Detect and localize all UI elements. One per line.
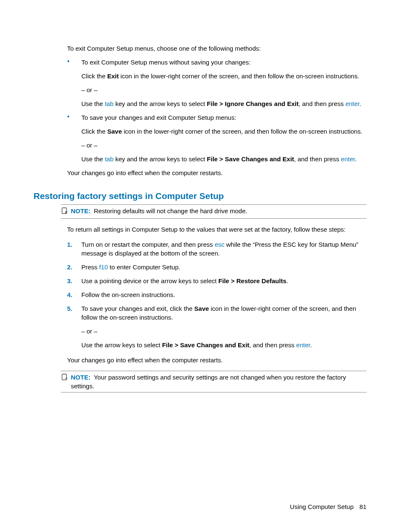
or-separator: – or – (81, 141, 366, 150)
intro-text: To exit Computer Setup menus, choose one… (67, 44, 366, 53)
note-callout: NOTE:Your password settings and security… (61, 371, 366, 393)
bold-text: File > Save Changes and Exit (162, 341, 249, 349)
paragraph: Use the tab key and the arrow keys to se… (81, 99, 366, 108)
bullet-lead: To exit Computer Setup menus without sav… (81, 59, 251, 66)
paragraph: Click the Exit icon in the lower-right c… (81, 72, 366, 80)
section-heading: Restoring factory settings in Computer S… (34, 190, 366, 202)
note-body: NOTE:Your password settings and security… (71, 373, 366, 390)
paragraph: Your changes go into effect when the com… (67, 356, 366, 364)
step-item: Press f10 to enter Computer Setup. (67, 263, 366, 271)
note-icon (61, 373, 69, 383)
or-separator: – or – (81, 85, 366, 94)
bullet-sub: Click the Exit icon in the lower-right c… (81, 72, 366, 108)
bold-text: File > Restore Defaults (218, 277, 286, 284)
note-callout: NOTE:Restoring defaults will not change … (61, 204, 366, 219)
steps-list: Turn on or restart the computer, and the… (67, 240, 366, 349)
step-item: To save your changes and exit, click the… (67, 304, 366, 349)
key-name: enter (345, 100, 359, 107)
paragraph: Your changes go into effect when the com… (67, 168, 366, 177)
bold-text: Exit (107, 72, 119, 80)
bullet-sub: Click the Save icon in the lower-right c… (81, 127, 366, 163)
step-item: Turn on or restart the computer, and the… (67, 240, 366, 258)
paragraph: Use the arrow keys to select File > Save… (81, 341, 366, 349)
bold-text: Save (107, 128, 122, 135)
footer-section: Using Computer Setup (290, 503, 354, 510)
note-label: NOTE: (71, 374, 91, 381)
step-item: Use a pointing device or the arrow keys … (67, 276, 366, 285)
page-footer: Using Computer Setup81 (290, 502, 366, 511)
page-number: 81 (359, 503, 366, 510)
key-name: tab (105, 155, 114, 163)
paragraph: Use the tab key and the arrow keys to se… (81, 155, 366, 163)
bold-text: File > Ignore Changes and Exit (207, 100, 299, 107)
paragraph: To return all settings in Computer Setup… (67, 225, 366, 234)
note-icon (61, 207, 69, 217)
exit-methods-list: To exit Computer Setup menus without sav… (67, 58, 366, 163)
body-content: To return all settings in Computer Setup… (67, 225, 366, 364)
step-sub: – or – Use the arrow keys to select File… (81, 327, 366, 349)
list-item: To save your changes and exit Computer S… (67, 113, 366, 163)
key-name: enter (296, 341, 310, 349)
key-name: f10 (99, 263, 108, 271)
list-item: To exit Computer Setup menus without sav… (67, 58, 366, 108)
bold-text: Save (194, 305, 209, 312)
note-label: NOTE: (71, 207, 91, 214)
or-separator: – or – (81, 327, 366, 336)
document-page: To exit Computer Setup menus, choose one… (0, 0, 400, 532)
key-name: enter (341, 155, 355, 163)
bold-text: File > Save Changes and Exit (207, 155, 294, 163)
body-content: To exit Computer Setup menus, choose one… (67, 44, 366, 177)
step-item: Follow the on-screen instructions. (67, 290, 366, 299)
note-text-content: Restoring defaults will not change the h… (94, 207, 247, 214)
paragraph: Click the Save icon in the lower-right c… (81, 127, 366, 136)
note-body: NOTE:Restoring defaults will not change … (71, 207, 366, 215)
key-name: esc (215, 241, 224, 248)
bullet-lead: To save your changes and exit Computer S… (81, 114, 236, 121)
note-text-content: Your password settings and security sett… (71, 374, 346, 390)
key-name: tab (105, 100, 114, 107)
